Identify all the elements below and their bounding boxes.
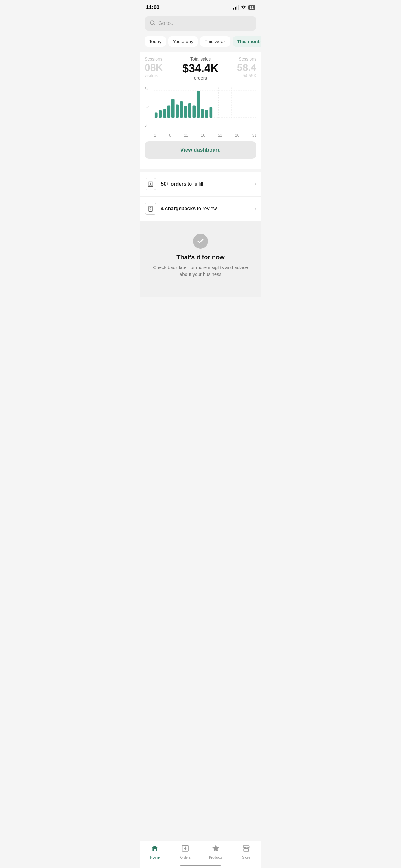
y-label-0: 0 [144,123,149,127]
stat-total-sales-label: Total sales [182,57,219,62]
stat-total-sales-sub: orders [182,75,219,81]
svg-rect-10 [159,110,162,118]
view-dashboard-button[interactable]: View dashboard [144,141,257,159]
search-icon [149,20,155,27]
x-label-16: 16 [201,133,205,137]
stat-total-sales-value: $34.4K [182,62,219,75]
y-label-6k: 6k [144,87,149,91]
stat-sessions-left-value: 08K [144,62,182,73]
tab-today[interactable]: Today [144,36,166,46]
x-label-21: 21 [218,133,222,137]
sales-chart: 6k 3k 0 [140,81,261,140]
status-time: 11:00 [146,4,159,11]
svg-rect-16 [184,106,187,118]
view-dashboard-label: View dashboard [180,147,221,153]
orders-count: 50+ orders [161,181,186,187]
svg-rect-19 [197,91,200,118]
status-icons: 22 [233,5,255,10]
stat-sessions-right-sub: 54.55K [219,73,257,78]
orders-action-item[interactable]: 50+ orders to fulfill › [140,172,261,196]
tab-this-week[interactable]: This week [200,36,230,46]
action-items: 50+ orders to fulfill › 4 chargebacks to… [140,172,261,221]
signal-icon [233,5,239,10]
thats-it-title: That's it for now [149,254,252,261]
battery-icon: 22 [248,5,255,10]
svg-rect-13 [171,99,175,118]
tab-yesterday[interactable]: Yesterday [168,36,198,46]
x-label-31: 31 [252,133,257,137]
stat-sessions-right-value: 58.4 [219,62,257,73]
chargebacks-count: 4 chargebacks [161,206,196,211]
chart-y-labels: 6k 3k 0 [144,87,149,127]
x-label-1: 1 [154,133,156,137]
x-label-11: 11 [184,133,188,137]
chargebacks-chevron-icon: › [255,205,257,212]
svg-rect-18 [192,105,196,118]
checkmark-icon [193,234,208,249]
svg-rect-21 [205,110,208,118]
stat-sessions-left-label: Sessions [144,57,182,62]
stats-section: Sessions 08K visitors Total sales $34.4K… [140,52,261,81]
svg-rect-14 [175,104,179,118]
thats-it-description: Check back later for more insights and a… [149,264,252,278]
svg-rect-11 [163,110,166,118]
tab-this-month[interactable]: This month [233,36,261,46]
svg-rect-15 [180,101,183,118]
x-label-6: 6 [169,133,171,137]
chargebacks-action-text: 4 chargebacks to review [161,206,250,212]
chargebacks-action-icon [144,203,157,215]
x-label-26: 26 [235,133,239,137]
stat-sessions-right: Sessions 58.4 54.55K [219,57,257,78]
search-bar[interactable]: Go to... [144,16,257,31]
stat-sessions-left: Sessions 08K visitors [144,57,182,78]
svg-rect-9 [155,113,158,118]
svg-rect-22 [209,107,213,118]
svg-rect-20 [201,110,204,118]
filter-tabs: Today Yesterday This week This month [140,35,261,52]
stat-sessions-left-sub: visitors [144,73,182,78]
svg-rect-12 [167,105,170,118]
status-bar: 11:00 22 [140,0,261,13]
orders-chevron-icon: › [255,181,257,187]
thats-it-section: That's it for now Check back later for m… [140,221,261,297]
search-placeholder: Go to... [158,21,175,26]
svg-line-1 [153,24,154,25]
y-label-3k: 3k [144,105,149,110]
orders-action-icon [144,178,157,190]
chart-svg [154,87,257,131]
orders-action-text: 50+ orders to fulfill [161,181,250,187]
battery-level: 22 [250,6,254,9]
search-container: Go to... [140,13,261,35]
svg-rect-17 [188,103,192,118]
chargebacks-action-item[interactable]: 4 chargebacks to review › [140,196,261,221]
stat-sessions-right-label: Sessions [219,57,257,62]
chart-x-labels: 1 6 11 16 21 26 31 [144,132,257,137]
wifi-icon [241,5,246,10]
stat-total-sales: Total sales $34.4K orders [182,57,219,81]
